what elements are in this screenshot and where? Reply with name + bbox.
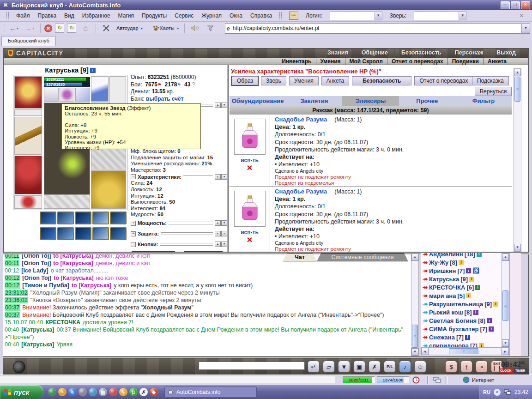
slot-armor[interactable] bbox=[14, 156, 42, 194]
user-link[interactable]: мари ана bbox=[429, 292, 456, 299]
info-icon[interactable]: i bbox=[466, 293, 471, 298]
close-button[interactable]: ✕ bbox=[521, 1, 530, 9]
scroll-left-icon[interactable]: ◄ bbox=[421, 348, 429, 355]
transfer-button[interactable]: † bbox=[460, 361, 472, 373]
spinner-up-icon[interactable]: ▴ bbox=[215, 231, 221, 236]
hide-icons-chevron[interactable]: < bbox=[494, 389, 501, 396]
home-button[interactable]: ⌂ bbox=[79, 23, 92, 33]
user-list-hscrollbar[interactable]: ◄ ► bbox=[421, 347, 509, 355]
sub-tab[interactable]: Поединки bbox=[447, 58, 483, 65]
inventory-tab[interactable]: Эликсиры bbox=[342, 96, 399, 106]
user-link[interactable]: Жу-Жу bbox=[429, 259, 448, 266]
spell-slot[interactable] bbox=[110, 227, 127, 240]
bank-link[interactable]: выбрать счёт bbox=[146, 96, 184, 102]
nav-button[interactable]: Безопасность bbox=[352, 76, 411, 85]
spinner-down-icon[interactable]: ▾ bbox=[221, 231, 227, 236]
item-name-link[interactable]: Снадобье Разума bbox=[275, 116, 327, 123]
slot-trinket[interactable] bbox=[91, 76, 109, 102]
spinner-down-icon[interactable]: ▾ bbox=[221, 220, 227, 226]
top-tab[interactable]: Выход bbox=[490, 49, 522, 56]
info-icon[interactable]: i bbox=[459, 260, 464, 265]
menu-item[interactable]: Справка bbox=[250, 12, 272, 19]
beast-combo[interactable]: ▼ bbox=[414, 12, 466, 20]
spinner-down-icon[interactable]: ▾ bbox=[221, 103, 227, 108]
ql-diamond[interactable]: ◆ bbox=[150, 388, 158, 396]
user-link[interactable]: СИМА бухгалтер bbox=[429, 326, 478, 332]
filter-icon[interactable] bbox=[204, 23, 217, 33]
collapse-icon[interactable]: + bbox=[131, 221, 136, 226]
spell-slot[interactable] bbox=[110, 212, 127, 224]
profile-icon[interactable] bbox=[13, 361, 25, 373]
scrollbar-thumb[interactable] bbox=[412, 325, 418, 348]
scroll-up-icon[interactable]: ▲ bbox=[514, 69, 521, 76]
inventory-tab[interactable]: Прочее bbox=[399, 96, 455, 106]
nav-button[interactable]: Отчет о переводах bbox=[414, 76, 473, 85]
drop-item-icon[interactable]: ✕ bbox=[247, 236, 253, 244]
spell-slot[interactable] bbox=[40, 212, 56, 224]
spinner-up-icon[interactable]: ▴ bbox=[215, 174, 221, 180]
scroll-up-icon[interactable]: ▲ bbox=[411, 254, 418, 261]
pl-ratio-button[interactable]: P/L bbox=[384, 361, 396, 373]
slot-potion[interactable] bbox=[60, 88, 74, 102]
spinner-up-icon[interactable]: ▴ bbox=[215, 242, 221, 247]
info-icon[interactable]: i bbox=[479, 343, 484, 348]
login-combo[interactable]: ▼ bbox=[330, 12, 382, 20]
user-link[interactable]: Анджелинн bbox=[429, 253, 463, 258]
top-tab[interactable]: Безопасность bbox=[394, 49, 448, 56]
user-link[interactable]: Рыжий кош bbox=[429, 309, 463, 316]
info-icon[interactable]: i bbox=[487, 318, 492, 323]
scrollbar-thumb[interactable] bbox=[502, 290, 508, 321]
nav-button[interactable]: Анкета bbox=[321, 76, 349, 85]
scroll-down-icon[interactable]: ▼ bbox=[514, 244, 521, 251]
fight-button[interactable]: ✗ bbox=[369, 361, 381, 373]
menu-item[interactable]: Вид bbox=[64, 12, 74, 19]
slot-boots[interactable] bbox=[91, 170, 126, 209]
menu-item[interactable]: Окна bbox=[230, 12, 242, 19]
menu-item[interactable]: Продукты bbox=[142, 12, 167, 19]
info-icon[interactable]: i bbox=[473, 310, 478, 315]
hint-button[interactable]: Подсказка bbox=[472, 76, 509, 85]
use-item-link[interactable]: исп-ть bbox=[230, 229, 270, 236]
scroll-right-icon[interactable]: ► bbox=[502, 348, 509, 355]
info-icon[interactable]: i bbox=[466, 268, 471, 273]
user-list-scrollbar[interactable]: ▲ ▼ bbox=[502, 253, 509, 347]
menu-item[interactable]: Сервис bbox=[175, 12, 193, 19]
spell-slot[interactable] bbox=[57, 212, 74, 224]
nav-button[interactable]: Образ bbox=[232, 76, 258, 85]
maximize-button[interactable]: ❐ bbox=[511, 1, 520, 9]
info-icon[interactable]: i bbox=[489, 326, 494, 332]
chaots-button[interactable]: Хаоты ▼ bbox=[152, 23, 180, 33]
user-link[interactable]: спиридонова bbox=[429, 342, 469, 348]
info-icon[interactable]: i bbox=[493, 302, 498, 307]
toolband-close-icon[interactable]: ✕ bbox=[520, 13, 524, 19]
item-image[interactable] bbox=[234, 119, 266, 155]
info-icon[interactable]: i bbox=[475, 285, 480, 290]
eraser-button[interactable]: ▱ bbox=[323, 361, 335, 373]
menu-item[interactable]: Правка bbox=[38, 12, 57, 19]
filter-button[interactable]: ▼ bbox=[338, 361, 350, 373]
chevron-down-icon[interactable]: ▼ bbox=[375, 12, 382, 20]
network-icon[interactable] bbox=[433, 377, 441, 385]
spell-slot[interactable] bbox=[40, 227, 56, 240]
sound-icon[interactable] bbox=[188, 23, 201, 33]
scrollbar-thumb[interactable] bbox=[514, 77, 520, 102]
taskbar-task-autocombats[interactable]: AutoCombats.info bbox=[164, 387, 257, 398]
spell-slot[interactable] bbox=[75, 212, 91, 224]
collapse-icon[interactable]: − bbox=[131, 242, 136, 247]
return-button[interactable]: Вернуться bbox=[475, 87, 512, 96]
refresh-button[interactable]: ↻ bbox=[55, 24, 64, 33]
save-button[interactable]: ▣ bbox=[353, 361, 365, 373]
tab-chat[interactable]: Чат bbox=[283, 253, 317, 261]
drop-item-icon[interactable]: ✕ bbox=[247, 164, 253, 172]
user-link[interactable]: Разрушительница bbox=[429, 301, 483, 308]
slot-helmet[interactable] bbox=[14, 76, 42, 109]
ql-ie[interactable]: e bbox=[68, 388, 77, 396]
item-image[interactable] bbox=[234, 191, 266, 227]
menu-item[interactable]: Файл bbox=[16, 12, 30, 19]
scroll-down-icon[interactable]: ▼ bbox=[411, 348, 418, 356]
spell-slot[interactable] bbox=[92, 227, 109, 240]
sub-tab[interactable]: Инвентарь bbox=[278, 58, 315, 65]
inventory-tab[interactable]: Обмундирование bbox=[230, 96, 286, 106]
sub-tab[interactable]: Анкета bbox=[483, 58, 511, 65]
ql-globe[interactable] bbox=[48, 388, 56, 396]
